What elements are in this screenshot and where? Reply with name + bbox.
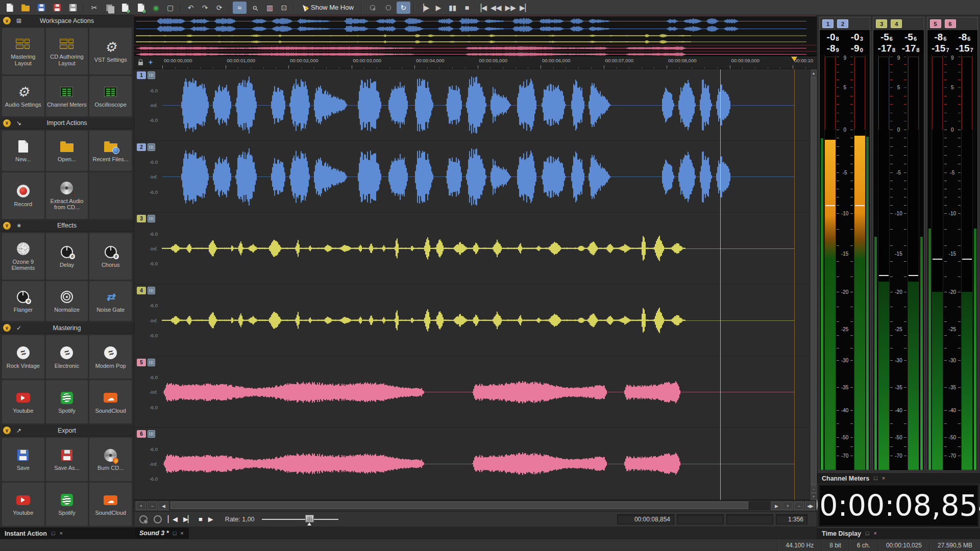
- channel-options-icon[interactable]: [148, 430, 155, 438]
- edit-tool-button[interactable]: ≈: [233, 2, 247, 14]
- play-from-start-button[interactable]: ▕▶: [417, 2, 431, 14]
- channel-options-icon[interactable]: [148, 71, 155, 79]
- zoom-tool-button[interactable]: [247, 2, 262, 14]
- pause-button[interactable]: ▮▮: [446, 2, 459, 14]
- channel-badge-1[interactable]: 1: [822, 19, 834, 28]
- open-file-button[interactable]: [18, 2, 33, 14]
- waveform-track-6[interactable]: [134, 428, 810, 499]
- document-tab-sound3[interactable]: Sound 3 * □ ×: [134, 528, 189, 539]
- redo-button[interactable]: ↷: [198, 2, 212, 14]
- channel-badge-6[interactable]: 6: [945, 19, 956, 28]
- paste-button[interactable]: [117, 2, 133, 14]
- go-to-start-button[interactable]: ▏◀: [167, 515, 178, 523]
- vertical-scrollbar[interactable]: ▲−+: [810, 69, 817, 500]
- mix-paste-button[interactable]: ◉: [149, 2, 163, 14]
- vst-settings-action[interactable]: ⚙VST Settings: [89, 28, 132, 74]
- zoom-in-button[interactable]: +: [136, 502, 146, 510]
- fast-forward-button[interactable]: ▶▶: [503, 2, 518, 14]
- play-device-button[interactable]: [138, 512, 149, 527]
- channel-badge-5[interactable]: 5: [930, 19, 941, 28]
- end-of-file-marker[interactable]: [791, 57, 797, 61]
- show-me-how-button[interactable]: Show Me How: [298, 2, 358, 14]
- go-to-start-button[interactable]: ▕◀: [474, 2, 488, 14]
- burn-cd-action[interactable]: Burn CD...: [89, 438, 132, 481]
- save-action[interactable]: Save: [2, 438, 44, 481]
- zoom-in-button-2[interactable]: +: [782, 502, 793, 510]
- rock-vintage-action[interactable]: ≈Rock Vintage: [2, 335, 44, 379]
- waveform-track-4[interactable]: [134, 285, 810, 356]
- time-ruler[interactable]: +00:00:00,00000:00:01,00000:00:02,00000:…: [134, 56, 817, 69]
- channel-badge-4[interactable]: 4: [891, 19, 902, 28]
- playhead-cursor[interactable]: [720, 69, 721, 500]
- youtube-action[interactable]: Youtube: [2, 483, 44, 526]
- channel-number-badge[interactable]: 2: [137, 143, 146, 151]
- collapse-chevron-icon[interactable]: ∨: [3, 119, 11, 127]
- channel-badge-2[interactable]: 2: [837, 19, 848, 28]
- go-to-end-button[interactable]: ▶▏: [182, 515, 193, 523]
- channel-number-badge[interactable]: 4: [137, 287, 146, 294]
- spotify-action[interactable]: Spotify: [46, 380, 88, 423]
- waveform-track-1[interactable]: [134, 69, 810, 141]
- horizontal-scroll-thumb[interactable]: [170, 502, 748, 509]
- vertical-scroll-thumb[interactable]: [811, 77, 817, 485]
- play-button[interactable]: ▶: [207, 515, 214, 523]
- channel-meters-action[interactable]: Channel Meters: [46, 76, 88, 116]
- zoom-out-vertical-button[interactable]: −: [811, 486, 817, 493]
- spectrum-view-button[interactable]: ▥: [263, 2, 277, 14]
- collapse-chevron-icon[interactable]: ∨: [3, 17, 11, 24]
- channel-number-badge[interactable]: 1: [137, 71, 146, 79]
- collapse-chevron-icon[interactable]: ∨: [3, 324, 11, 332]
- soundcloud-action[interactable]: ☁SoundCloud: [89, 380, 132, 423]
- delay-action[interactable]: Delay: [46, 233, 88, 280]
- collapse-chevron-icon[interactable]: ∨: [3, 222, 11, 230]
- scroll-right-button[interactable]: ▶: [771, 502, 781, 510]
- scroll-left-button[interactable]: ◀: [158, 502, 168, 510]
- normalize-action[interactable]: Normalize: [46, 281, 88, 321]
- rate-slider-handle[interactable]: [305, 515, 314, 522]
- rewind-button[interactable]: ◀◀: [489, 2, 503, 14]
- selection-tool-button[interactable]: ⊡: [277, 2, 291, 14]
- noise-gate-action[interactable]: ⇄Noise Gate: [89, 281, 132, 321]
- cut-button[interactable]: ✂: [87, 2, 101, 14]
- monitor-button[interactable]: [381, 2, 396, 14]
- open-action[interactable]: Open...: [46, 131, 88, 171]
- scroll-up-button[interactable]: ▲: [811, 69, 817, 77]
- ozone-9-elements-action[interactable]: Ozone 9 Elements: [2, 233, 44, 280]
- waveform-track-5[interactable]: [134, 357, 810, 428]
- horizontal-scroll-track[interactable]: [170, 502, 770, 510]
- oscilloscope-action[interactable]: Oscilloscope: [89, 76, 132, 116]
- playback-options-button[interactable]: [365, 2, 380, 14]
- channel-options-icon[interactable]: [148, 359, 155, 366]
- extract-audio-from-cd-action[interactable]: Extract Audio from CD...: [46, 172, 88, 219]
- restore-window-icon[interactable]: □: [173, 531, 177, 536]
- electronic-action[interactable]: ≈Electronic: [46, 335, 88, 379]
- cd-authoring-layout-action[interactable]: CD Authoring Layout: [46, 28, 88, 74]
- save-as-button[interactable]: [50, 2, 65, 14]
- close-icon[interactable]: ×: [874, 531, 877, 536]
- zoom-in-vertical-button[interactable]: +: [811, 493, 817, 500]
- mastering-layout-action[interactable]: Mastering Layout: [2, 28, 44, 74]
- waveform-track-2[interactable]: [134, 141, 810, 213]
- save-button[interactable]: [34, 2, 49, 14]
- flanger-action[interactable]: Flanger: [2, 281, 44, 321]
- record-action[interactable]: Record: [2, 172, 44, 219]
- zoom-fit-button[interactable]: ◀▶: [805, 502, 815, 510]
- record-device-button[interactable]: [153, 512, 163, 527]
- overview-navigator[interactable]: [134, 15, 817, 56]
- spotify-action[interactable]: Spotify: [46, 483, 88, 526]
- undock-icon[interactable]: □: [874, 475, 877, 481]
- stop-button[interactable]: ■: [198, 515, 203, 523]
- recent-files-action[interactable]: Recent Files...: [89, 131, 132, 171]
- save-as-action[interactable]: Save As...: [46, 438, 88, 481]
- time-display-tab[interactable]: Time Display □ ×: [817, 528, 980, 539]
- save-all-button[interactable]: [65, 2, 81, 14]
- close-icon[interactable]: ×: [882, 475, 885, 481]
- undock-icon[interactable]: □: [52, 531, 55, 536]
- channel-badge-3[interactable]: 3: [876, 19, 887, 28]
- stop-button[interactable]: ■: [460, 2, 474, 14]
- rate-slider[interactable]: [262, 514, 338, 525]
- undo-button[interactable]: ↶: [184, 2, 198, 14]
- audio-settings-action[interactable]: ⚙Audio Settings: [2, 76, 44, 116]
- channel-options-icon[interactable]: [148, 143, 155, 151]
- channel-number-badge[interactable]: 3: [137, 215, 146, 222]
